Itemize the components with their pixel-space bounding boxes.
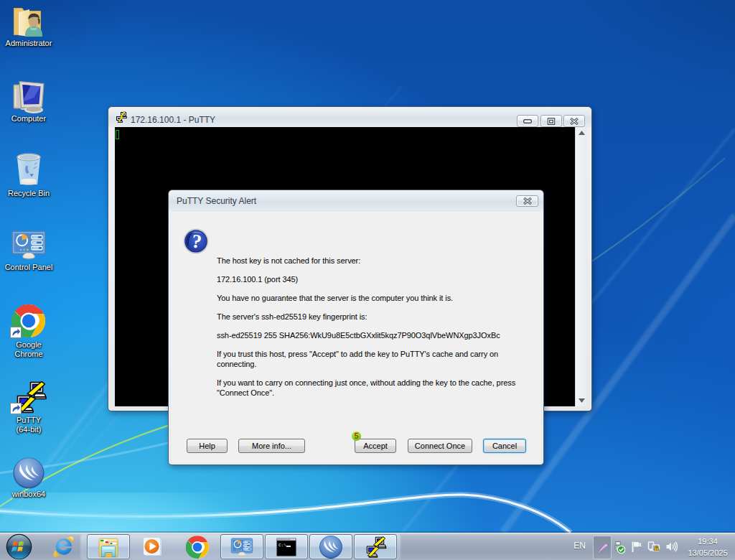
svg-text:C:\: C:\ xyxy=(278,543,286,548)
